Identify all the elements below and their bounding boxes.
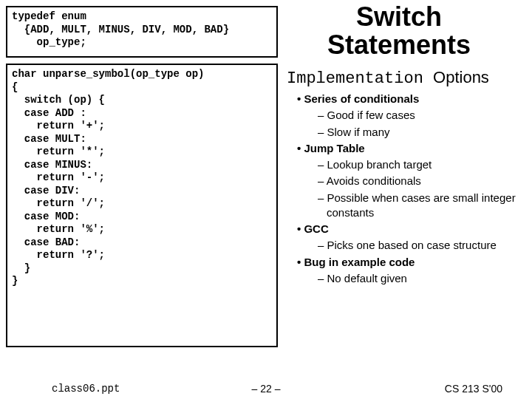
bullet-item: Bug in example code — [296, 255, 525, 270]
bullet-subitem: No default given — [296, 271, 525, 286]
bullet-item: Series of conditionals — [296, 92, 525, 106]
footer: class06.ppt – 22 – CS 213 S'00 — [0, 374, 532, 395]
bullet-item: GCC — [296, 222, 525, 236]
footer-course: CS 213 S'00 — [445, 383, 502, 395]
bullet-subitem: Possible when cases are small integer co… — [296, 191, 525, 221]
bullet-subitem: Picks one based on case structure — [296, 238, 525, 253]
title-line2: Statements — [327, 30, 471, 60]
code-typedef-box: typedef enum {ADD, MULT, MINUS, DIV, MOD… — [6, 6, 278, 58]
slide-subtitle: Implementation Options — [287, 68, 531, 88]
subtitle-word1: Implementation — [287, 69, 423, 88]
bullet-subitem: Lookup branch target — [296, 157, 525, 172]
bullet-subitem: Slow if many — [296, 125, 525, 140]
slide-title: Switch Statements — [281, 3, 517, 59]
slide: typedef enum {ADD, MULT, MINUS, DIV, MOD… — [0, 0, 532, 399]
code-function-box: char unparse_symbol(op_type op) { switch… — [6, 64, 278, 347]
subtitle-word2: Options — [433, 68, 489, 86]
bullet-subitem: Avoids conditionals — [296, 174, 525, 188]
bullet-subitem: Good if few cases — [296, 108, 525, 123]
title-line1: Switch — [356, 1, 442, 32]
bullet-list: Series of conditionals Good if few cases… — [296, 92, 525, 287]
bullet-item: Jump Table — [296, 141, 525, 156]
